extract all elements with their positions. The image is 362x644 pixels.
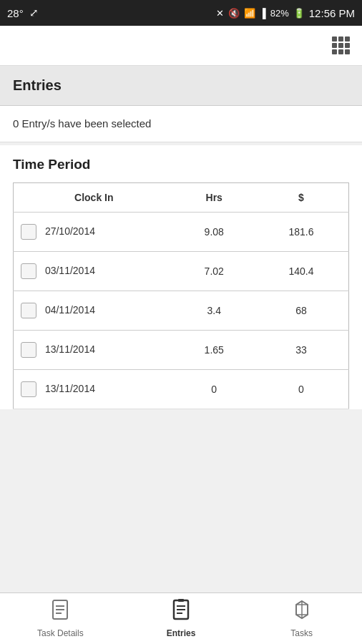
temperature: 28° (7, 7, 24, 19)
entries-icon (171, 599, 191, 625)
col-header-dollar: $ (254, 183, 349, 213)
row-amount: 140.4 (254, 252, 349, 291)
col-header-hrs: Hrs (175, 183, 254, 213)
row-date-cell: 04/11/2014 (14, 291, 175, 331)
table-header-row: Clock In Hrs $ (14, 183, 349, 213)
row-date-cell: 27/10/2014 (14, 213, 175, 252)
entries-header: Entries (0, 66, 362, 106)
volume-icon: 🔇 (228, 8, 240, 19)
row-amount: 68 (254, 291, 349, 331)
row-hrs: 9.08 (175, 213, 254, 252)
status-right: ✕ 🔇 📶 ▐ 82% 🔋 12:56 PM (216, 7, 355, 19)
time-period-section: Time Period Clock In Hrs $ 27/10/20149.0… (0, 145, 362, 409)
row-checkbox[interactable] (21, 381, 36, 397)
entries-title: Entries (13, 77, 62, 93)
nav-label-task-details: Task Details (37, 628, 84, 638)
share-icon: ⤢ (29, 6, 39, 19)
row-date-cell: 13/11/2014 (14, 331, 175, 370)
row-amount: 33 (254, 331, 349, 370)
selection-banner: 0 Entry/s have been selected (0, 106, 362, 142)
row-checkbox[interactable] (21, 303, 36, 318)
row-amount: 0 (254, 370, 349, 409)
task-details-icon (50, 599, 70, 625)
battery-icon: 🔋 (293, 8, 305, 19)
col-header-clockin: Clock In (14, 183, 175, 213)
row-date-cell: 13/11/2014 (14, 370, 175, 409)
entries-table: Clock In Hrs $ 27/10/20149.08181.6 03/11… (13, 182, 349, 409)
row-date: 13/11/2014 (42, 343, 95, 355)
row-amount: 181.6 (254, 213, 349, 252)
battery-percent: 82% (270, 8, 289, 19)
nav-item-entries[interactable]: Entries (152, 599, 210, 638)
row-checkbox[interactable] (21, 224, 36, 240)
app-bar (0, 26, 362, 66)
selection-text: 0 Entry/s have been selected (13, 117, 151, 130)
grid-menu-button[interactable] (328, 33, 353, 59)
svg-rect-8 (178, 599, 184, 602)
signal-icon: ▐ (260, 8, 266, 19)
bottom-nav: Task Details Entries Tasks (0, 592, 362, 644)
table-row[interactable]: 13/11/201400 (14, 370, 349, 409)
table-row[interactable]: 13/11/20141.6533 (14, 331, 349, 370)
grid-dots-icon (332, 36, 350, 54)
nav-label-entries: Entries (167, 628, 196, 638)
content-area: Entries 0 Entry/s have been selected Tim… (0, 66, 362, 592)
row-checkbox[interactable] (21, 342, 36, 358)
row-date: 27/10/2014 (42, 225, 95, 237)
row-hrs: 3.4 (175, 291, 254, 331)
bluetooth-icon: ✕ (216, 8, 224, 19)
nav-label-tasks: Tasks (290, 628, 313, 638)
time-period-title: Time Period (13, 157, 349, 172)
row-date: 04/11/2014 (42, 304, 95, 316)
row-date-cell: 03/11/2014 (14, 252, 175, 291)
table-row[interactable]: 27/10/20149.08181.6 (14, 213, 349, 252)
nav-item-task-details[interactable]: Task Details (31, 599, 89, 638)
row-hrs: 7.02 (175, 252, 254, 291)
row-hrs: 0 (175, 370, 254, 409)
nav-item-tasks[interactable]: Tasks (273, 599, 331, 638)
wifi-icon: 📶 (244, 8, 255, 19)
row-date: 13/11/2014 (42, 383, 95, 394)
tasks-icon (292, 599, 312, 625)
table-row[interactable]: 03/11/20147.02140.4 (14, 252, 349, 291)
row-checkbox[interactable] (21, 263, 36, 279)
status-left: 28° ⤢ (7, 6, 39, 19)
row-hrs: 1.65 (175, 331, 254, 370)
clock: 12:56 PM (309, 7, 355, 19)
status-bar: 28° ⤢ ✕ 🔇 📶 ▐ 82% 🔋 12:56 PM (0, 0, 362, 26)
row-date: 03/11/2014 (42, 265, 95, 276)
table-row[interactable]: 04/11/20143.468 (14, 291, 349, 331)
